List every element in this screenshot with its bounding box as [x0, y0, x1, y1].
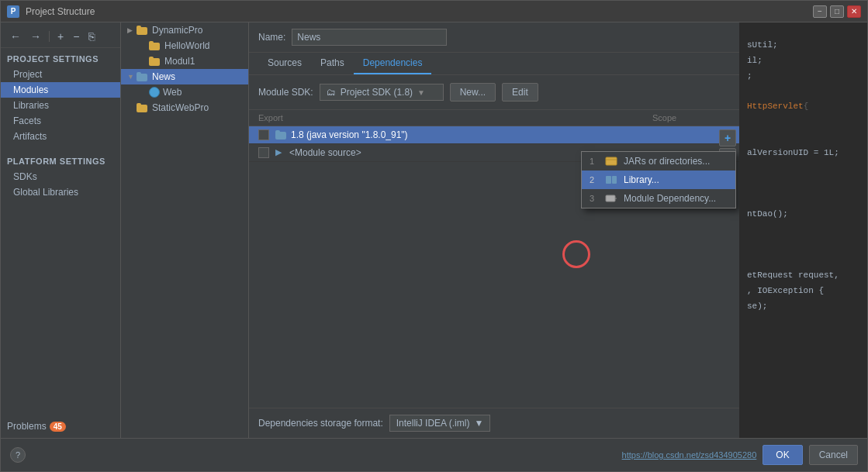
code-line: etRequest request,: [745, 268, 861, 284]
window-icon: P: [7, 5, 19, 18]
new-sdk-button[interactable]: New...: [450, 83, 496, 102]
maximize-button[interactable]: □: [830, 5, 844, 18]
dropdown-item-module-dep[interactable]: 3 Module Dependency...: [582, 189, 735, 208]
help-button[interactable]: ?: [10, 447, 26, 463]
code-line: [745, 222, 861, 238]
tree-item-modul1[interactable]: Modul1: [121, 53, 248, 69]
dep-table-header: Export Scope: [249, 110, 739, 126]
sidebar-item-facets[interactable]: Facets: [1, 113, 120, 129]
module-dep-icon: [605, 194, 617, 203]
tree-item-news[interactable]: ▼ News: [121, 69, 248, 84]
tab-dependencies[interactable]: Dependencies: [354, 53, 432, 74]
tab-sources[interactable]: Sources: [258, 53, 311, 74]
folder-icon: [137, 26, 149, 35]
toolbar-separator: [49, 31, 50, 42]
tree-item-helloworld[interactable]: HelloWorld: [121, 38, 248, 53]
globe-icon: [149, 87, 160, 98]
tree-arrow: ▶: [127, 26, 137, 34]
minimize-button[interactable]: −: [813, 5, 827, 18]
code-line: , IOException {: [745, 284, 861, 299]
code-line: [745, 130, 861, 146]
module-sdk-row: Module SDK: 🗂 Project SDK (1.8) ▼ New...…: [249, 75, 739, 110]
tab-paths[interactable]: Paths: [311, 53, 354, 74]
chevron-down-icon: ▼: [417, 88, 425, 97]
code-editor-bg: sUtil; il; ; HttpServlet{ alVersionUID =…: [739, 22, 867, 438]
tree-item-label: News: [152, 71, 175, 82]
code-line: [745, 191, 861, 207]
code-line: [745, 176, 861, 191]
scope-col-header: Scope: [652, 113, 730, 122]
svg-rect-0: [606, 157, 617, 165]
close-button[interactable]: ✕: [847, 5, 861, 18]
storage-value: IntelliJ IDEA (.iml): [396, 418, 470, 429]
sidebar-item-modules[interactable]: Modules: [1, 82, 120, 98]
sidebar-item-global-libraries[interactable]: Global Libraries: [1, 184, 120, 200]
code-line: ntDao();: [745, 207, 861, 222]
module-name-input[interactable]: [292, 29, 447, 46]
svg-rect-3: [612, 176, 617, 184]
dep-source-label: <Module source>: [289, 147, 361, 158]
cancel-button[interactable]: Cancel: [809, 445, 858, 465]
problems-badge: 45: [50, 422, 66, 432]
tree-item-web[interactable]: Web: [121, 84, 248, 100]
dropdown-item-library[interactable]: 2 Library...: [582, 171, 735, 189]
add-item-button[interactable]: +: [54, 29, 67, 44]
code-line: se);: [745, 299, 861, 315]
add-dep-button[interactable]: +: [719, 129, 736, 146]
tree-item-label: StaticWebPro: [152, 102, 209, 113]
dependencies-list: 1.8 (java version "1.8.0_91") ▶ <Module …: [249, 126, 739, 408]
code-line: [745, 84, 861, 99]
tree-item-label: DynamicPro: [152, 25, 202, 36]
sdk-value: Project SDK (1.8): [341, 87, 413, 98]
module-folder-icon: [137, 72, 149, 81]
tree-item-label: HelloWorld: [164, 40, 209, 51]
code-line: sUtil;: [745, 38, 861, 53]
sdk-select[interactable]: 🗂 Project SDK (1.8) ▼: [320, 84, 444, 101]
code-line: [745, 115, 861, 130]
sidebar-item-sdks[interactable]: SDKs: [1, 169, 120, 184]
dep-storage-row: Dependencies storage format: IntelliJ ID…: [249, 408, 739, 438]
forward-button[interactable]: →: [27, 29, 44, 44]
svg-rect-2: [606, 176, 611, 184]
problems-section[interactable]: Problems 45: [1, 415, 120, 438]
library-icon: [605, 175, 617, 184]
storage-select[interactable]: IntelliJ IDEA (.iml) ▼: [389, 415, 491, 432]
sidebar-item-libraries[interactable]: Libraries: [1, 98, 120, 113]
code-line: alVersionUID = 1L;: [745, 146, 861, 161]
dep-row-jdk[interactable]: 1.8 (java version "1.8.0_91"): [249, 126, 739, 144]
tree-item-staticwebpro[interactable]: StaticWebPro: [121, 100, 248, 115]
edit-sdk-button[interactable]: Edit: [502, 83, 538, 102]
code-line: HttpServlet{: [745, 99, 861, 115]
dropdown-num-1: 1: [590, 157, 599, 166]
footer-link[interactable]: https://blog.csdn.net/zsd434905280: [622, 450, 757, 460]
jdk-folder-icon: [275, 130, 288, 140]
footer-left: ?: [10, 447, 616, 463]
ok-button[interactable]: OK: [763, 445, 802, 465]
dep-export-checkbox[interactable]: [258, 129, 269, 140]
folder-icon: [137, 103, 149, 112]
code-line: il;: [745, 53, 861, 69]
sidebar-item-artifacts[interactable]: Artifacts: [1, 129, 120, 144]
source-icon: ▶: [275, 147, 286, 158]
name-label: Name:: [258, 32, 285, 43]
tabs-bar: Sources Paths Dependencies: [249, 53, 739, 75]
copy-item-button[interactable]: ⎘: [85, 29, 98, 44]
dep-side-buttons: + 1 JARs or directories...: [716, 126, 739, 190]
tree-arrow: ▼: [127, 73, 137, 81]
dropdown-item-jars[interactable]: 1 JARs or directories...: [582, 152, 735, 171]
module-header: Name:: [249, 22, 739, 53]
dropdown-num-3: 3: [590, 194, 599, 203]
dep-source-checkbox[interactable]: [258, 147, 269, 158]
remove-item-button[interactable]: −: [70, 29, 82, 44]
dep-jdk-label: 1.8 (java version "1.8.0_91"): [291, 129, 408, 140]
storage-label: Dependencies storage format:: [258, 418, 383, 429]
nav-toolbar: ← → + − ⎘: [1, 26, 120, 48]
dropdown-num-2: 2: [590, 175, 599, 184]
back-button[interactable]: ←: [7, 29, 24, 44]
add-dep-dropdown: 1 JARs or directories... 2: [581, 151, 736, 208]
sidebar-item-project[interactable]: Project: [1, 67, 120, 82]
code-line: [745, 160, 861, 176]
window-title: Project Structure: [26, 6, 813, 17]
sdk-icon: 🗂: [327, 87, 336, 98]
tree-item-dynamicpro[interactable]: ▶ DynamicPro: [121, 22, 248, 38]
